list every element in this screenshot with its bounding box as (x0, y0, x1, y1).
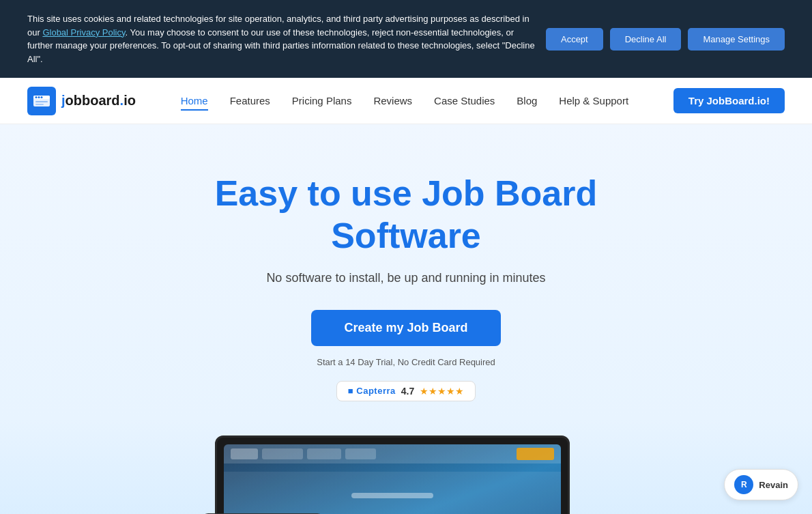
svg-point-4 (41, 96, 43, 98)
svg-point-2 (35, 96, 38, 98)
nav-link-case-studies[interactable]: Case Studies (434, 95, 495, 109)
nav-link-pricing[interactable]: Pricing Plans (292, 95, 352, 109)
trial-text: Start a 14 Day Trial, No Credit Card Req… (317, 357, 495, 367)
nav-link-blog[interactable]: Blog (517, 95, 537, 109)
nav-item-reviews[interactable]: Reviews (373, 95, 412, 107)
logo-text: jobboard.io (61, 93, 136, 109)
manage-settings-button[interactable]: Manage Settings (688, 28, 785, 51)
capterra-rating: 4.7 (401, 386, 414, 397)
svg-rect-5 (35, 101, 48, 102)
accept-button[interactable]: Accept (546, 28, 603, 51)
logo-icon (27, 87, 56, 115)
laptop-screen: Find Your Houston Job Today! (224, 444, 561, 514)
nav-item-home[interactable]: Home (181, 95, 208, 107)
navigation: jobboard.io Home Features Pricing Plans … (0, 78, 812, 124)
capterra-logo-text: ■ Capterra (348, 386, 396, 396)
nav-item-help[interactable]: Help & Support (559, 95, 628, 107)
svg-point-3 (38, 96, 40, 98)
revain-widget[interactable]: R Revain (724, 469, 798, 500)
nav-links: Home Features Pricing Plans Reviews Case… (181, 95, 628, 107)
logo[interactable]: jobboard.io (27, 87, 136, 115)
cookie-text: This site uses cookies and related techn… (27, 12, 538, 66)
revain-label: Revain (759, 480, 788, 490)
laptop-mockup: Find Your Houston Job Today! (215, 436, 570, 514)
create-job-board-button[interactable]: Create my Job Board (311, 310, 500, 346)
hero-section: Easy to use Job Board Software No softwa… (0, 124, 812, 514)
nav-link-features[interactable]: Features (230, 95, 270, 109)
hero-subtitle: No software to install, be up and runnin… (266, 271, 545, 285)
nav-link-home[interactable]: Home (181, 95, 208, 111)
svg-rect-6 (35, 104, 44, 105)
capterra-stars: ★★★★★ (420, 386, 464, 397)
hero-title: Easy to use Job Board Software (140, 172, 672, 257)
revain-icon: R (734, 475, 753, 494)
cookie-buttons: Accept Decline All Manage Settings (546, 28, 785, 51)
capterra-label: Capterra (356, 386, 395, 396)
try-jobboard-button[interactable]: Try JobBoard.io! (673, 88, 785, 113)
nav-link-help[interactable]: Help & Support (559, 95, 628, 109)
device-mockup: Find Your Houston Job Today! (201, 422, 611, 514)
capterra-badge: ■ Capterra 4.7 ★★★★★ (336, 381, 476, 401)
privacy-policy-link[interactable]: Global Privacy Policy (42, 27, 125, 38)
nav-link-reviews[interactable]: Reviews (373, 95, 412, 109)
nav-item-case-studies[interactable]: Case Studies (434, 95, 495, 107)
cookie-banner: This site uses cookies and related techn… (0, 0, 812, 78)
logo-svg (32, 91, 51, 111)
nav-item-features[interactable]: Features (230, 95, 270, 107)
nav-item-pricing[interactable]: Pricing Plans (292, 95, 352, 107)
nav-item-blog[interactable]: Blog (517, 95, 537, 107)
decline-all-button[interactable]: Decline All (610, 28, 682, 51)
